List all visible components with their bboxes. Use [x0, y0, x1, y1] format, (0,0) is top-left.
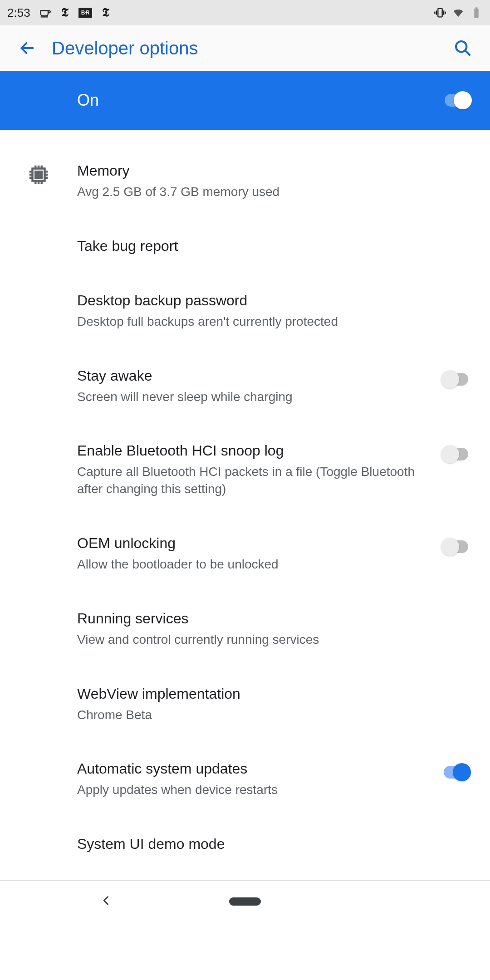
- row-backup-password[interactable]: Desktop backup password Desktop full bac…: [0, 273, 490, 348]
- row-subtitle: Capture all Bluetooth HCI packets in a f…: [77, 463, 432, 498]
- row-subtitle: Chrome Beta: [77, 706, 466, 724]
- status-left: 2:53 𝕿 B·R 𝕿: [7, 6, 112, 20]
- status-notif-icons: 𝕿 B·R 𝕿: [39, 6, 112, 19]
- row-title: Take bug report: [77, 237, 466, 255]
- battery-icon: [470, 6, 483, 19]
- row-title: Memory: [77, 162, 466, 180]
- master-toggle-row[interactable]: On: [0, 71, 490, 130]
- nyt-icon: 𝕿: [59, 6, 71, 19]
- row-title: Automatic system updates: [77, 760, 432, 778]
- row-sysui-demo[interactable]: System UI demo mode: [0, 817, 490, 862]
- nav-back-button[interactable]: [100, 894, 113, 909]
- oem-toggle[interactable]: [441, 538, 471, 556]
- back-button[interactable]: [15, 35, 40, 61]
- navigation-bar: [0, 881, 490, 922]
- master-toggle-switch[interactable]: [442, 91, 472, 109]
- nyt-icon-2: 𝕿: [99, 6, 112, 19]
- app-header: Developer options: [0, 25, 490, 71]
- row-oem-unlocking[interactable]: OEM unlocking Allow the bootloader to be…: [0, 516, 490, 591]
- arrow-back-icon: [19, 39, 36, 57]
- svg-rect-12: [35, 172, 42, 178]
- row-title: Desktop backup password: [77, 291, 466, 309]
- svg-rect-6: [474, 9, 478, 18]
- row-subtitle: View and control currently running servi…: [77, 631, 466, 648]
- row-subtitle: Avg 2.5 GB of 3.7 GB memory used: [77, 183, 466, 201]
- status-bar: 2:53 𝕿 B·R 𝕿: [0, 0, 490, 25]
- svg-rect-1: [438, 9, 442, 17]
- vibrate-icon: [434, 6, 446, 19]
- row-title: Running services: [77, 609, 466, 627]
- chip-icon: [0, 162, 77, 187]
- status-time: 2:53: [7, 6, 30, 20]
- auto-updates-toggle[interactable]: [441, 763, 471, 781]
- row-subtitle: Screen will never sleep while charging: [77, 388, 432, 406]
- stay-awake-toggle[interactable]: [441, 370, 471, 388]
- row-bt-hci-log[interactable]: Enable Bluetooth HCI snoop log Capture a…: [0, 423, 490, 516]
- row-webview[interactable]: WebView implementation Chrome Beta: [0, 666, 490, 742]
- settings-list: Memory Avg 2.5 GB of 3.7 GB memory used …: [0, 130, 490, 880]
- row-subtitle: Apply updates when device restarts: [77, 781, 432, 799]
- svg-line-10: [465, 50, 470, 55]
- row-bugreport[interactable]: Take bug report: [0, 219, 490, 273]
- search-icon: [454, 39, 472, 57]
- header-title: Developer options: [52, 38, 450, 59]
- bt-hci-toggle[interactable]: [441, 445, 471, 463]
- row-running-services[interactable]: Running services View and control curren…: [0, 591, 490, 666]
- row-title: Stay awake: [77, 367, 432, 385]
- svg-rect-7: [475, 7, 478, 9]
- br-icon: B·R: [78, 8, 92, 18]
- row-subtitle: Allow the bootloader to be unlocked: [77, 556, 432, 573]
- row-title: OEM unlocking: [77, 534, 432, 552]
- row-title: WebView implementation: [77, 685, 466, 703]
- chevron-left-icon: [100, 894, 113, 907]
- status-right: [434, 6, 483, 19]
- row-auto-updates[interactable]: Automatic system updates Apply updates w…: [0, 741, 490, 817]
- row-subtitle: Desktop full backups aren't currently pr…: [77, 313, 466, 330]
- row-title: System UI demo mode: [77, 835, 466, 853]
- coffee-icon: [39, 6, 51, 19]
- master-toggle-label: On: [77, 91, 442, 110]
- row-title: Enable Bluetooth HCI snoop log: [77, 441, 432, 460]
- row-memory[interactable]: Memory Avg 2.5 GB of 3.7 GB memory used: [0, 143, 490, 219]
- search-button[interactable]: [450, 35, 475, 61]
- wifi-icon: [452, 6, 465, 19]
- row-stay-awake[interactable]: Stay awake Screen will never sleep while…: [0, 348, 490, 424]
- nav-home-pill[interactable]: [229, 897, 261, 906]
